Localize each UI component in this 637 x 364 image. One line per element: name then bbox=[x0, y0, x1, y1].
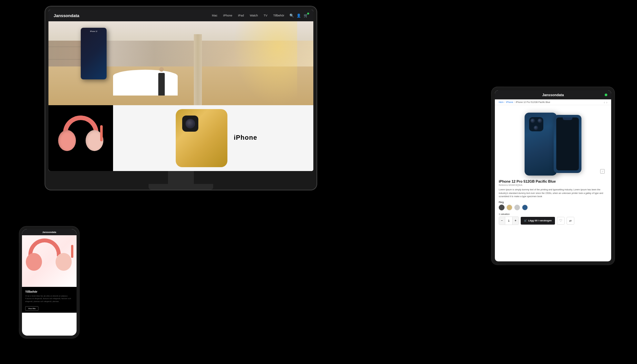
monitor-logo: Janssondata bbox=[54, 13, 79, 18]
tablet-logo: Janssondata bbox=[542, 93, 564, 97]
color-pacific-blue[interactable] bbox=[522, 205, 528, 210]
nav-mac[interactable]: Mac bbox=[212, 14, 217, 17]
iphone-notch bbox=[563, 117, 572, 120]
nav-ipad[interactable]: iPad bbox=[238, 14, 244, 17]
tablet-device-frame: Janssondata Hem / iPhone / iPhone 12 Pro… bbox=[492, 87, 614, 265]
breadcrumb-area: Hem / iPhone / iPhone 12 Pro 512GB Pacif… bbox=[495, 99, 611, 105]
back-arrow[interactable]: ‹ bbox=[604, 100, 605, 104]
iphone-front-screen bbox=[556, 117, 579, 170]
iphone-camera-module bbox=[182, 116, 198, 132]
camera-lens-main bbox=[185, 119, 195, 128]
compare-button[interactable]: ⇄ bbox=[567, 217, 574, 225]
phone-view-all-button[interactable]: Visa Alla bbox=[25, 306, 38, 311]
product-title: iPhone 12 Pro 512GB Pacific Blue bbox=[499, 179, 607, 183]
phone-content-section: Tillbehör Vi tar e brett tittar bis ab e… bbox=[22, 287, 77, 313]
monitor-nav: Janssondata Mac iPhone iPad Watch TV Til… bbox=[48, 10, 313, 21]
cart-icon-btn: 🛒 bbox=[524, 219, 527, 222]
camera-lens-1 bbox=[530, 118, 535, 123]
store-person bbox=[158, 73, 165, 96]
nav-watch[interactable]: Watch bbox=[250, 14, 258, 17]
quantity-label: 1 valuation bbox=[499, 213, 607, 215]
product-reference: Referens MGMX3QN/A bbox=[499, 184, 607, 186]
iphone-camera-bump bbox=[529, 117, 543, 131]
expand-image-button[interactable]: ⤢ bbox=[600, 169, 605, 174]
product-images bbox=[499, 112, 607, 176]
nav-tillbehor[interactable]: Tillbehör bbox=[273, 14, 284, 17]
quantity-decrease-button[interactable]: − bbox=[499, 217, 505, 225]
phone-device-frame: Janssondata Tillbehör Vi tar e brett tit… bbox=[19, 227, 79, 338]
monitor-base bbox=[149, 184, 213, 190]
phone-airpod-right bbox=[56, 253, 72, 271]
monitor-lower-right: iPhone bbox=[113, 105, 313, 171]
forward-arrow[interactable]: › bbox=[606, 100, 607, 104]
color-silver[interactable] bbox=[514, 205, 520, 210]
camera-lens-3 bbox=[534, 126, 538, 130]
tablet-screen: Janssondata Hem / iPhone / iPhone 12 Pro… bbox=[495, 90, 611, 261]
airpod-left-cup bbox=[58, 130, 76, 151]
phone-hero-image bbox=[22, 235, 77, 287]
phone-screen: Janssondata Tillbehör Vi tar e brett tit… bbox=[22, 229, 77, 336]
store-table bbox=[113, 70, 178, 96]
phone-section-title: Tillbehör bbox=[25, 290, 73, 293]
search-icon[interactable]: 🔍 bbox=[289, 14, 294, 18]
breadcrumb-home[interactable]: Hem bbox=[499, 101, 504, 103]
iphone-section-label: iPhone bbox=[234, 134, 257, 141]
store-sunlight-effect bbox=[233, 21, 297, 105]
phone-airpod-stem bbox=[71, 245, 73, 258]
quantity-input: − 1 + bbox=[499, 217, 519, 225]
tablet: Janssondata Hem / iPhone / iPhone 12 Pro… bbox=[492, 87, 614, 265]
phone-section-description: Vi tar e brett tittar bis ab elito et do… bbox=[25, 295, 73, 303]
user-icon[interactable]: 👤 bbox=[297, 14, 301, 18]
breadcrumb-sep-2: / bbox=[514, 101, 515, 103]
color-gold[interactable] bbox=[506, 205, 512, 210]
product-section: ⤢ iPhone 12 Pro 512GB Pacific Blue Refer… bbox=[495, 105, 611, 228]
breadcrumb-iphone[interactable]: iPhone bbox=[506, 101, 513, 103]
camera-lens-2 bbox=[538, 118, 542, 123]
color-label: Färg bbox=[499, 201, 607, 203]
airpod-stem bbox=[100, 125, 103, 141]
tablet-status-dot bbox=[605, 94, 607, 96]
nav-tv[interactable]: TV bbox=[264, 14, 267, 17]
monitor: Janssondata Mac iPhone iPad Watch TV Til… bbox=[45, 6, 317, 190]
headphones-graphic bbox=[58, 116, 103, 161]
phone-nav: Janssondata bbox=[22, 229, 77, 235]
iphone-gold-body bbox=[176, 109, 227, 167]
quantity-value: 1 bbox=[505, 217, 513, 225]
product-actions: − 1 + 🛒 Lägg till i varukogen ♡ ⇄ bbox=[499, 217, 607, 225]
quantity-increase-button[interactable]: + bbox=[513, 217, 518, 225]
monitor-nav-links: Mac iPhone iPad Watch TV Tillbehör bbox=[212, 14, 284, 17]
breadcrumb-product: iPhone 12 Pro 512GB Pacific Blue bbox=[516, 101, 550, 103]
nav-arrows: ‹ › bbox=[604, 100, 607, 104]
iphone-back-view bbox=[525, 113, 557, 176]
monitor-border: Janssondata Mac iPhone iPad Watch TV Til… bbox=[45, 6, 317, 190]
monitor-neck bbox=[168, 171, 194, 184]
iphone-front-view bbox=[554, 115, 581, 173]
monitor-hero bbox=[48, 21, 313, 105]
monitor-nav-icons: 🔍 👤 🛒 bbox=[289, 14, 308, 18]
add-to-cart-button[interactable]: 🛒 Lägg till i varukogen bbox=[521, 217, 555, 225]
breadcrumb-sep-1: / bbox=[505, 101, 505, 103]
monitor-screen: Janssondata Mac iPhone iPad Watch TV Til… bbox=[48, 10, 313, 171]
phone-airpod-left bbox=[26, 253, 42, 271]
tablet-nav: Janssondata bbox=[495, 90, 611, 99]
color-swatches bbox=[499, 205, 607, 210]
cart-notification-dot bbox=[307, 13, 309, 15]
phone-logo: Janssondata bbox=[42, 231, 56, 233]
color-graphite[interactable] bbox=[499, 205, 505, 210]
product-images-wrapper: ⤢ bbox=[499, 112, 607, 176]
cart-icon[interactable]: 🛒 bbox=[304, 14, 308, 18]
product-description: Lorem Ipsum is simply dummy text of the … bbox=[499, 188, 607, 198]
mobile-phone: Janssondata Tillbehör Vi tar e brett tit… bbox=[19, 227, 79, 338]
iphone-gold-visual bbox=[163, 109, 227, 167]
monitor-lower-section: iPhone bbox=[48, 105, 313, 171]
wishlist-button[interactable]: ♡ bbox=[557, 217, 565, 225]
iphone-display-prop bbox=[81, 28, 107, 79]
monitor-lower-left bbox=[48, 105, 113, 171]
nav-iphone[interactable]: iPhone bbox=[223, 14, 232, 17]
store-pillar bbox=[194, 34, 202, 105]
